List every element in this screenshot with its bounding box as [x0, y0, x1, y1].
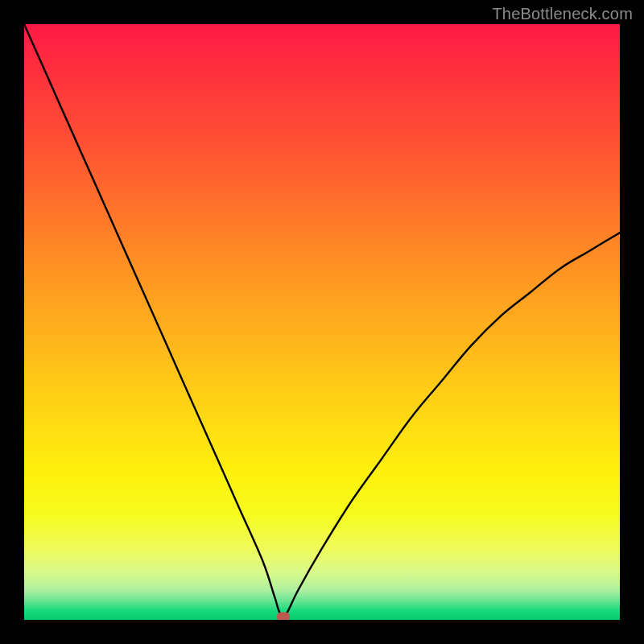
chart-stage: TheBottleneck.com [0, 0, 644, 644]
bottleneck-curve [24, 24, 620, 617]
plot-area [24, 24, 620, 620]
minimum-marker [277, 613, 290, 620]
curve-svg [24, 24, 620, 620]
watermark-text: TheBottleneck.com [492, 5, 633, 23]
